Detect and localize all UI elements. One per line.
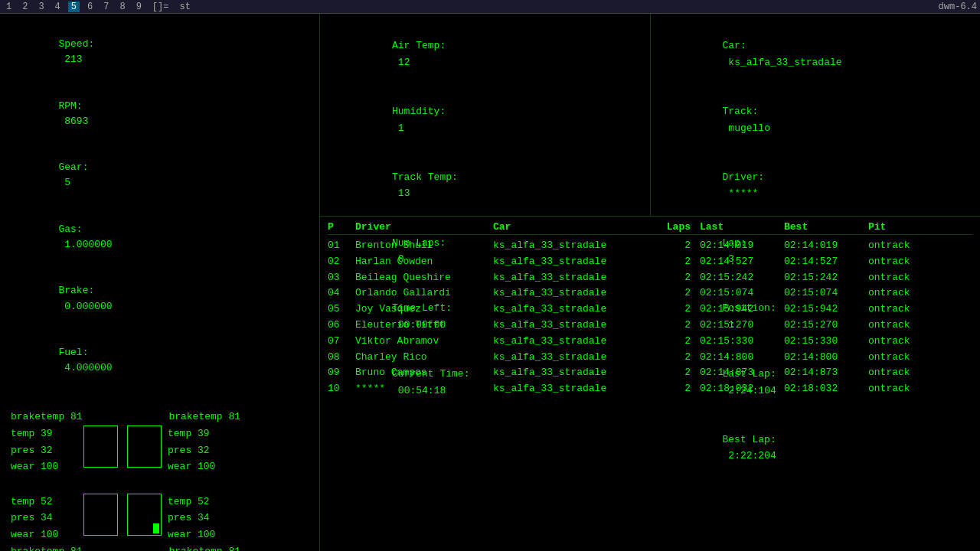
gear-label: Gear:	[58, 161, 88, 173]
fl-wear: wear 100	[11, 458, 83, 474]
row-best: 02:15:270	[784, 318, 868, 334]
air-temp-line: Air Temp: 12	[332, 21, 638, 87]
rear-braketemp-bottom: braketemp 81 braketemp 81	[11, 546, 240, 551]
workspace-3[interactable]: 3	[35, 2, 47, 12]
rr-temp: temp 52	[168, 494, 240, 510]
row-driver: *****	[355, 381, 493, 397]
gas-val: 1.000000	[64, 239, 112, 250]
row-car: ks_alfa_33_stradale	[493, 285, 662, 302]
row-driver: Harlan Cowden	[355, 254, 493, 270]
workspace-9[interactable]: 9	[133, 2, 145, 12]
header-pit: Pit	[868, 221, 937, 233]
leaderboard-header: P Driver Car Laps Last Best Pit	[328, 221, 972, 235]
row-driver: Brenton Shull	[355, 238, 493, 254]
row-p: 04	[328, 285, 355, 302]
row-p: 10	[328, 381, 355, 397]
row-last: 02:14:019	[700, 238, 784, 254]
rl-pres: pres 34	[11, 510, 83, 526]
row-laps: 2	[662, 350, 700, 366]
fl-tire-box	[83, 425, 118, 468]
workspace-5[interactable]: 5	[68, 2, 80, 12]
driver-value: *****	[728, 187, 758, 199]
gas-label: Gas:	[58, 223, 82, 235]
rear-tire-row: temp 52 pres 34 wear 100 temp 52 pres 34…	[11, 494, 309, 543]
row-best: 02:14:527	[784, 254, 868, 270]
fuel-val: 4.000000	[64, 362, 112, 373]
topbar: 1 2 3 4 5 6 7 8 9 []= st dwm-6.4	[0, 0, 980, 14]
rr-pres: pres 34	[168, 510, 240, 526]
row-pit: ontrack	[868, 334, 937, 350]
race-info-panel: Car: ks_alfa_33_stradale Track: mugello …	[651, 14, 981, 216]
rpm-label: RPM:	[58, 100, 82, 112]
workspace-layout[interactable]: []=	[149, 2, 172, 12]
humidity-line: Humidity: 1	[332, 87, 638, 153]
row-pit: ontrack	[868, 350, 937, 366]
row-laps: 2	[662, 365, 700, 381]
car-line: Car: ks_alfa_33_stradale	[663, 21, 969, 87]
fr-tire-box	[127, 425, 162, 468]
row-pit: ontrack	[868, 381, 937, 397]
row-pit: ontrack	[868, 238, 937, 254]
driver-line: Driver: *****	[663, 153, 969, 219]
rl-braketemp-label: braketemp 81	[11, 546, 83, 551]
table-row: 10 ***** ks_alfa_33_stradale 2 02:18:032…	[328, 381, 972, 397]
row-last: 02:15:074	[700, 285, 784, 302]
rr-tire-box	[127, 494, 162, 536]
fuel-label: Fuel:	[58, 347, 88, 358]
row-car: ks_alfa_33_stradale	[493, 302, 662, 318]
table-row: 03 Beileag Queshire ks_alfa_33_stradale …	[328, 270, 972, 286]
row-p: 01	[328, 238, 355, 254]
fl-braketemp-label: braketemp 81	[11, 411, 83, 422]
dwm-version: dwm-6.4	[939, 2, 977, 12]
row-best: 02:14:873	[784, 365, 868, 381]
workspace-1[interactable]: 1	[3, 2, 15, 12]
rr-wear: wear 100	[168, 527, 240, 543]
row-laps: 2	[662, 270, 700, 286]
fr-pres: pres 32	[168, 442, 240, 458]
fl-labels: temp 39 pres 32 wear 100	[11, 425, 83, 474]
row-p: 09	[328, 365, 355, 381]
row-laps: 2	[662, 302, 700, 318]
row-last: 02:14:873	[700, 365, 784, 381]
row-last: 02:18:032	[700, 381, 784, 397]
track-label: Track:	[723, 106, 759, 117]
workspace-2[interactable]: 2	[19, 2, 31, 12]
fl-temp: temp 39	[11, 425, 83, 442]
row-car: ks_alfa_33_stradale	[493, 254, 662, 270]
rl-wear: wear 100	[11, 527, 83, 543]
row-laps: 2	[662, 318, 700, 334]
cursor	[153, 523, 159, 533]
rl-labels: temp 52 pres 34 wear 100	[11, 494, 83, 543]
main-layout: Speed: 213 RPM: 8693 Gear: 5 Gas: 1.0000…	[0, 14, 980, 551]
row-best: 02:18:032	[784, 381, 868, 397]
header-p: P	[328, 221, 355, 233]
humidity-label: Humidity:	[392, 106, 446, 117]
row-laps: 2	[662, 381, 700, 397]
fr-temp: temp 39	[168, 425, 240, 442]
row-car: ks_alfa_33_stradale	[493, 270, 662, 286]
row-car: ks_alfa_33_stradale	[493, 318, 662, 334]
workspace-8[interactable]: 8	[116, 2, 128, 12]
workspace-st: st	[176, 2, 193, 12]
workspace-6[interactable]: 6	[84, 2, 96, 12]
row-pit: ontrack	[868, 318, 937, 334]
row-last: 02:14:800	[700, 350, 784, 366]
row-driver: Bruno Campos	[355, 365, 493, 381]
car-value: ks_alfa_33_stradale	[728, 57, 841, 68]
fl-pres: pres 32	[11, 442, 83, 458]
workspace-7[interactable]: 7	[100, 2, 112, 12]
row-car: ks_alfa_33_stradale	[493, 365, 662, 381]
table-row: 01 Brenton Shull ks_alfa_33_stradale 2 0…	[328, 238, 972, 254]
brake-label: Brake:	[58, 285, 94, 296]
table-row: 07 Viktor Abramov ks_alfa_33_stradale 2 …	[328, 334, 972, 350]
workspace-4[interactable]: 4	[52, 2, 64, 12]
leaderboard-rows: 01 Brenton Shull ks_alfa_33_stradale 2 0…	[328, 238, 972, 397]
fuel-line: Fuel: 4.000000	[11, 330, 309, 392]
row-last: 02:15:942	[700, 302, 784, 318]
row-pit: ontrack	[868, 302, 937, 318]
row-last: 02:14:527	[700, 254, 784, 270]
driver-label: Driver:	[723, 171, 765, 183]
rl-temp: temp 52	[11, 494, 83, 510]
track-temp-val: 13	[398, 187, 410, 199]
row-driver: Beileag Queshire	[355, 270, 493, 286]
